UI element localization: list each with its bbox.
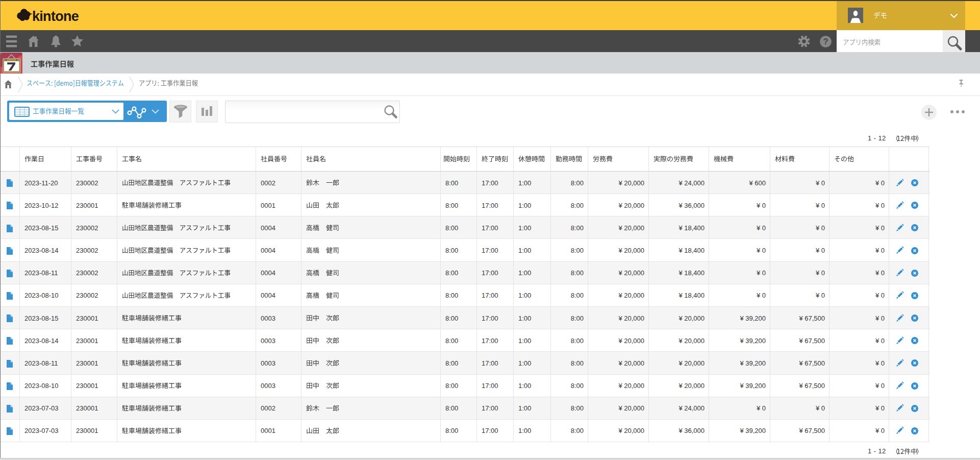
svg-text:?: ? bbox=[823, 37, 828, 46]
svg-text:kintone: kintone bbox=[32, 9, 79, 24]
